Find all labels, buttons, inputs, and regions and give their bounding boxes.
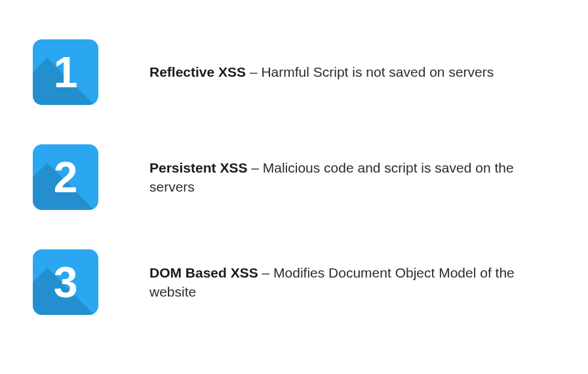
list-item: 2 Persistent XSS – Malicious code and sc… — [33, 144, 555, 210]
item-title: DOM Based XSS — [149, 265, 258, 280]
badge-number: 3 — [54, 260, 78, 304]
item-text: DOM Based XSS – Modifies Document Object… — [149, 263, 517, 302]
badge-number: 1 — [54, 51, 78, 94]
number-badge: 3 — [33, 249, 98, 315]
item-title: Reflective XSS — [149, 64, 246, 79]
list-item: 1 Reflective XSS – Harmful Script is not… — [33, 39, 555, 105]
number-badge: 2 — [33, 144, 98, 210]
badge-number: 2 — [54, 156, 78, 199]
item-text: Reflective XSS – Harmful Script is not s… — [149, 62, 494, 81]
item-desc: – Harmful Script is not saved on servers — [246, 64, 494, 79]
list-item: 3 DOM Based XSS – Modifies Document Obje… — [33, 249, 555, 315]
item-title: Persistent XSS — [149, 160, 247, 175]
number-badge: 1 — [33, 39, 98, 105]
item-text: Persistent XSS – Malicious code and scri… — [149, 158, 517, 197]
